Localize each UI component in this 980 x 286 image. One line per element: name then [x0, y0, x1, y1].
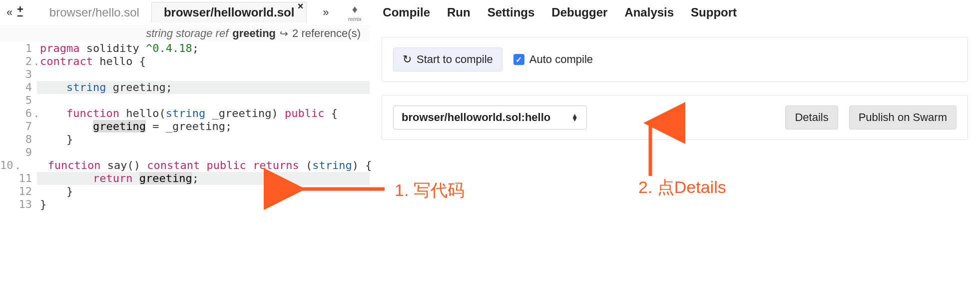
gutter-line: 9 — [0, 146, 37, 159]
menu-support[interactable]: Support — [691, 6, 737, 20]
main-menu: Compile Run Settings Debugger Analysis S… — [383, 6, 737, 20]
details-label: Details — [795, 111, 828, 124]
remix-logo: ♦ remix — [339, 3, 371, 22]
gutter-line: 12 — [0, 185, 37, 198]
gutter-line: 3 — [0, 68, 37, 81]
compile-controls: ↻ Start to compile ✓ Auto compile — [382, 37, 968, 82]
scroll-tabs-left-button[interactable]: « — [3, 2, 16, 22]
file-tabs: browser/hello.sol browser/helloworld.sol… — [37, 0, 307, 25]
gutter-line: 7 — [0, 120, 37, 133]
auto-compile-checkbox[interactable]: ✓ Auto compile — [513, 53, 593, 66]
tab-label: browser/hello.sol — [49, 6, 139, 20]
menu-compile[interactable]: Compile — [383, 6, 430, 20]
gutter-line: 5 — [0, 94, 37, 107]
gutter-line: 8 — [0, 133, 37, 146]
tab-helloworld[interactable]: browser/helloworld.sol × — [151, 2, 307, 23]
reference-count[interactable]: 2 reference(s) — [292, 27, 361, 40]
menu-analysis[interactable]: Analysis — [624, 6, 674, 20]
select-caret-icon: ▲ ▼ — [571, 114, 578, 121]
tab-label: browser/helloworld.sol — [164, 6, 294, 20]
symbol-name: greeting — [232, 27, 276, 40]
gutter-line: 2▾ — [0, 55, 37, 68]
gutter-line: 4 — [0, 81, 37, 94]
gutter-line: 13 — [0, 198, 37, 211]
publish-label: Publish on Swarm — [859, 111, 947, 124]
compile-panel: ↻ Start to compile ✓ Auto compile browse… — [370, 25, 980, 286]
contract-select[interactable]: browser/helloworld.sol:hello ▲ ▼ — [393, 106, 587, 130]
refresh-icon: ↻ — [403, 53, 412, 66]
start-compile-button[interactable]: ↻ Start to compile — [393, 48, 502, 72]
decrease-font-icon[interactable]: – — [17, 12, 23, 18]
close-icon[interactable]: × — [298, 0, 304, 12]
code-editor-pane: string storage ref greeting ↪ 2 referenc… — [0, 25, 370, 286]
publish-swarm-button[interactable]: Publish on Swarm — [849, 106, 957, 130]
gutter-line: 10▾ — [0, 159, 18, 172]
code-editor[interactable]: 1pragma solidity ^0.4.18; 2▾contract hel… — [0, 42, 370, 211]
contract-controls: browser/helloworld.sol:hello ▲ ▼ Details… — [382, 95, 968, 140]
logo-label: remix — [348, 16, 362, 22]
menu-settings[interactable]: Settings — [488, 6, 535, 20]
goto-reference-icon[interactable]: ↪ — [280, 28, 288, 40]
symbol-type-hint: string storage ref — [146, 27, 228, 40]
toolbar-left: « + – — [0, 2, 26, 22]
menu-debugger[interactable]: Debugger — [551, 6, 607, 20]
font-size-stepper[interactable]: + – — [17, 6, 23, 18]
tab-hello[interactable]: browser/hello.sol — [37, 2, 151, 23]
top-bar: « + – browser/hello.sol browser/hellowor… — [0, 0, 980, 25]
contract-select-value: browser/helloworld.sol:hello — [402, 111, 550, 124]
start-compile-label: Start to compile — [417, 53, 493, 66]
symbol-reference-bar: string storage ref greeting ↪ 2 referenc… — [0, 25, 370, 42]
gutter-line: 6▾ — [0, 107, 37, 120]
gutter-line: 1 — [0, 42, 37, 55]
ethereum-icon: ♦ — [352, 3, 358, 16]
details-button[interactable]: Details — [785, 106, 838, 130]
scroll-tabs-right-button[interactable]: » — [318, 6, 334, 19]
auto-compile-label: Auto compile — [529, 53, 593, 66]
checkbox-checked-icon: ✓ — [513, 54, 524, 65]
gutter-line: 11 — [0, 172, 37, 185]
menu-run[interactable]: Run — [447, 6, 471, 20]
